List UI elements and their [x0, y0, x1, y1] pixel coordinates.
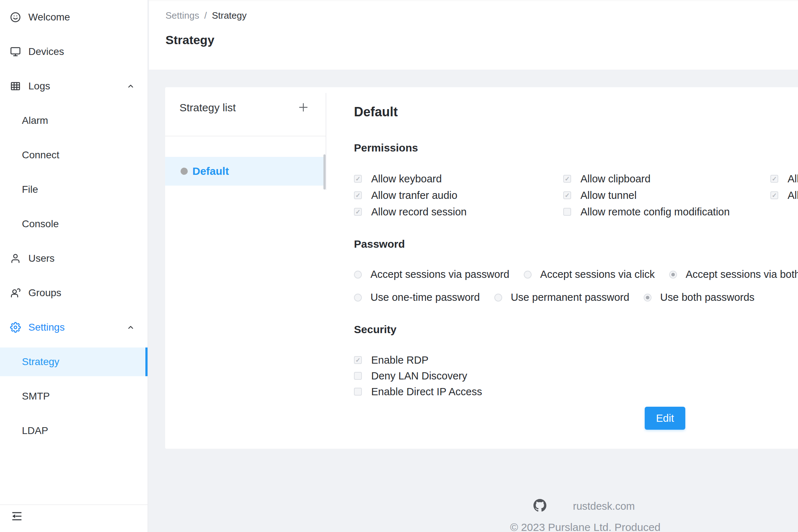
strategy-status-dot	[181, 168, 188, 175]
github-icon[interactable]	[533, 499, 546, 513]
checkbox-label: All	[788, 173, 798, 185]
password-type-options: Use one-time password Use permanent pass…	[354, 291, 755, 303]
add-strategy-button[interactable]	[295, 100, 311, 116]
radio-accept-sessions-via-both[interactable]: Accept sessions via both	[669, 269, 798, 280]
checkbox-allow-record-session[interactable]: Allow record session	[354, 206, 563, 217]
sidebar-item-file[interactable]: File	[0, 172, 148, 207]
checkbox-label: Allow record session	[371, 206, 467, 218]
sidebar-item-label: Logs	[28, 80, 50, 92]
sidebar-item-label: Devices	[28, 46, 64, 57]
smiley-icon	[10, 11, 21, 23]
radio-on-icon	[669, 271, 677, 279]
checkbox-label: Deny LAN Discovery	[371, 370, 467, 382]
checkbox-allow-clipboard[interactable]: Allow clipboard	[563, 173, 770, 184]
checkbox-allow-keyboard[interactable]: Allow keyboard	[354, 173, 563, 184]
sidebar-item-label: Strategy	[22, 356, 59, 368]
checkbox-allow-transfer-audio[interactable]: Allow tranfer audio	[354, 190, 563, 201]
sidebar-footer-divider	[0, 504, 148, 505]
checkbox-allow-truncated-1[interactable]: All	[770, 173, 798, 184]
sidebar-item-label: LDAP	[22, 425, 48, 437]
checkbox-label: Enable RDP	[371, 354, 429, 366]
sidebar-item-label: Console	[22, 218, 59, 230]
checkbox-label: Allow remote config modification	[580, 206, 730, 218]
sidebar-item-label: Alarm	[22, 115, 48, 126]
sidebar-item-devices[interactable]: Devices	[0, 34, 148, 69]
sidebar-item-console[interactable]: Console	[0, 207, 148, 241]
sidebar-item-strategy[interactable]: Strategy	[0, 347, 148, 376]
sidebar-collapse-button[interactable]	[10, 510, 24, 524]
gear-icon	[10, 322, 21, 333]
sidebar-item-alarm[interactable]: Alarm	[0, 103, 148, 138]
sidebar-item-groups[interactable]: Groups	[0, 276, 148, 310]
indent-decrease-icon	[11, 510, 23, 524]
monitor-icon	[10, 46, 21, 57]
sidebar-item-label: Groups	[28, 287, 61, 299]
strategy-list-column-divider	[326, 93, 326, 190]
radio-use-permanent-password[interactable]: Use permanent password	[494, 291, 629, 303]
page-title: Strategy	[165, 33, 214, 47]
page-header: Settings / Strategy Strategy	[149, 0, 798, 70]
radio-off-icon	[494, 294, 502, 302]
checkbox-unchecked-icon	[354, 372, 362, 380]
checkbox-checked-icon	[354, 175, 362, 183]
password-accept-options: Accept sessions via password Accept sess…	[354, 269, 798, 280]
sidebar-item-users[interactable]: Users	[0, 241, 148, 276]
checkbox-checked-icon	[563, 175, 571, 183]
breadcrumb-settings[interactable]: Settings	[165, 10, 199, 21]
sidebar-item-connect[interactable]: Connect	[0, 138, 148, 172]
sidebar-item-smtp[interactable]: SMTP	[0, 379, 148, 414]
chevron-up-icon	[127, 82, 135, 90]
radio-use-one-time-password[interactable]: Use one-time password	[354, 291, 480, 303]
copyright-text: © 2023 Purslane Ltd. Produced	[510, 521, 661, 532]
radio-label: Accept sessions via click	[540, 269, 655, 280]
detail-title: Default	[354, 104, 398, 120]
footer: rustdesk.com	[533, 499, 635, 513]
radio-on-icon	[644, 294, 652, 302]
sidebar-item-logs[interactable]: Logs	[0, 69, 148, 103]
checkbox-checked-icon	[354, 356, 362, 364]
radio-label: Accept sessions via both	[686, 269, 798, 280]
breadcrumb-strategy: Strategy	[212, 10, 247, 21]
checkbox-checked-icon	[770, 191, 778, 199]
security-heading: Security	[354, 323, 396, 336]
radio-label: Use one-time password	[370, 291, 480, 303]
sidebar: Welcome Devices Logs Alarm Connect File …	[0, 0, 148, 532]
sidebar-item-ldap[interactable]: LDAP	[0, 414, 148, 448]
checkbox-allow-truncated-2[interactable]: All	[770, 190, 798, 201]
checkbox-label: Enable Direct IP Access	[371, 386, 482, 398]
checkbox-allow-remote-config-modification[interactable]: Allow remote config modification	[563, 206, 770, 217]
chevron-up-icon	[127, 323, 135, 331]
user-icon	[10, 253, 21, 264]
checkbox-label: Allow tranfer audio	[371, 190, 457, 201]
checkbox-checked-icon	[354, 208, 362, 216]
strategy-list-title: Strategy list	[179, 102, 236, 114]
security-options: Enable RDP Deny LAN Discovery Enable Dir…	[354, 355, 482, 397]
radio-accept-sessions-via-password[interactable]: Accept sessions via password	[354, 269, 509, 280]
checkbox-unchecked-icon	[563, 208, 571, 216]
checkbox-label: Allow tunnel	[580, 190, 636, 201]
edit-button[interactable]: Edit	[645, 407, 685, 430]
rustdesk-link[interactable]: rustdesk.com	[573, 500, 635, 512]
sidebar-item-label: SMTP	[22, 391, 50, 402]
radio-label: Use permanent password	[511, 291, 629, 303]
password-heading: Password	[354, 238, 405, 250]
checkbox-enable-rdp[interactable]: Enable RDP	[354, 355, 482, 365]
checkbox-checked-icon	[354, 191, 362, 199]
sidebar-item-settings[interactable]: Settings	[0, 310, 148, 345]
radio-off-icon	[524, 271, 532, 279]
checkbox-label: Allow keyboard	[371, 173, 442, 185]
radio-accept-sessions-via-click[interactable]: Accept sessions via click	[524, 269, 655, 280]
checkbox-enable-direct-ip-access[interactable]: Enable Direct IP Access	[354, 386, 482, 397]
radio-use-both-passwords[interactable]: Use both passwords	[644, 291, 755, 303]
strategy-list-header-divider	[165, 136, 326, 136]
permissions-grid: Allow keyboard Allow tranfer audio Allow…	[354, 173, 798, 217]
strategy-list-scrollbar[interactable]	[323, 154, 326, 190]
strategy-list-item-default[interactable]: Default	[165, 157, 326, 186]
breadcrumb-separator: /	[204, 10, 207, 21]
sidebar-item-label: Settings	[28, 322, 65, 333]
checkbox-allow-tunnel[interactable]: Allow tunnel	[563, 190, 770, 201]
sidebar-item-label: Users	[28, 253, 55, 264]
radio-label: Use both passwords	[660, 291, 755, 303]
checkbox-deny-lan-discovery[interactable]: Deny LAN Discovery	[354, 370, 482, 381]
sidebar-item-welcome[interactable]: Welcome	[0, 0, 148, 34]
